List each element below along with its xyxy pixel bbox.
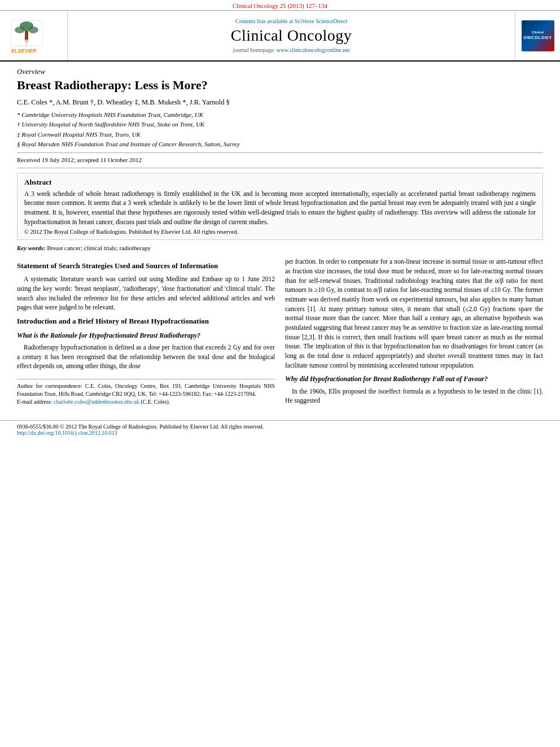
elsevier-logo-area: ELSEVIER bbox=[0, 11, 68, 60]
svg-point-5 bbox=[25, 40, 28, 43]
divider-1 bbox=[17, 152, 543, 153]
elsevier-logo-image: ELSEVIER bbox=[8, 18, 59, 54]
col2-paragraph2: In the 1960s, Ellis proposed the isoeffe… bbox=[285, 387, 543, 405]
doi-link[interactable]: http://dx.doi.org/10.1016/j.clon.2012.10… bbox=[17, 430, 117, 436]
svg-point-2 bbox=[15, 27, 25, 33]
section1-heading: Statement of Search Strategies Used and … bbox=[17, 261, 275, 271]
sciverse-line: Contents lists available at SciVerse Sci… bbox=[235, 18, 348, 24]
journal-title: Clinical Oncology bbox=[231, 27, 352, 45]
homepage-url[interactable]: www.clinicaloncologyonline.net bbox=[277, 47, 350, 53]
keywords-label: Key words: bbox=[17, 244, 45, 251]
divider-2 bbox=[17, 168, 543, 168]
right-column: per fraction. In order to compensate for… bbox=[285, 257, 543, 409]
left-column: Statement of Search Strategies Used and … bbox=[17, 257, 275, 409]
email-suffix: (C.E. Coles). bbox=[139, 399, 170, 405]
svg-point-3 bbox=[28, 27, 38, 33]
journal-header: ELSEVIER Contents lists available at Sci… bbox=[0, 11, 560, 62]
col2-paragraph1: per fraction. In order to compensate for… bbox=[285, 257, 543, 370]
footnote-block: Author for correspondence: C.E. Coles, O… bbox=[17, 379, 275, 406]
keywords-line: Key words: Breast cancer; clinical trial… bbox=[17, 244, 543, 251]
email-label: E-mail address: bbox=[17, 399, 54, 405]
abstract-section: Abstract A 3 week schedule of whole brea… bbox=[17, 173, 543, 241]
col2-subheading2: Why did Hypofractionation for Breast Rad… bbox=[285, 374, 543, 384]
affiliation-3: ‡ Royal Cornwall Hospital NHS Trust, Tru… bbox=[17, 130, 543, 139]
footnote-label: Author for correspondence: bbox=[17, 383, 82, 389]
abstract-text: A 3 week schedule of whole breast radiot… bbox=[24, 189, 536, 227]
received-date: Received 19 July 2012; accepted 11 Octob… bbox=[17, 156, 543, 163]
main-content: Overview Breast Radiotherapy: Less is Mo… bbox=[0, 62, 560, 414]
journal-citation: Clinical Oncology 25 (2013) 127–134 bbox=[233, 2, 327, 9]
co-logo-area: ClinicalONCOLOGY bbox=[515, 11, 560, 60]
section2-heading: Introduction and a Brief History of Brea… bbox=[17, 317, 275, 326]
section1-paragraph: A systematic literature search was carri… bbox=[17, 274, 275, 312]
article-title: Breast Radiotherapy: Less is More? bbox=[17, 77, 543, 94]
section2-subheading: What is the Rationale for Hypofractionat… bbox=[17, 331, 275, 340]
affiliation-4: § Royal Marsden NHS Foundation Trust and… bbox=[17, 139, 543, 149]
abstract-label: Abstract bbox=[24, 178, 536, 187]
bottom-bar: 0936-6555/$36.00 © 2012 The Royal Colleg… bbox=[0, 420, 560, 439]
sciverse-link[interactable]: SciVerse ScienceDirect bbox=[295, 18, 348, 24]
affiliation-1: * Cambridge University Hospitals NHS Fou… bbox=[17, 110, 543, 120]
copyright-notice: © 2012 The Royal College of Radiologists… bbox=[24, 229, 536, 235]
svg-rect-4 bbox=[25, 30, 28, 41]
journal-homepage: journal homepage: www.clinicaloncologyon… bbox=[233, 47, 349, 53]
authors-line: C.E. Coles *, A.M. Brunt †, D. Wheatley … bbox=[17, 98, 543, 107]
affiliations: * Cambridge University Hospitals NHS Fou… bbox=[17, 110, 543, 149]
bottom-issn: 0936-6555/$36.00 © 2012 The Royal Colleg… bbox=[17, 423, 264, 430]
section2-paragraph: Radiotherapy hypofractionation is define… bbox=[17, 343, 275, 371]
co-logo: ClinicalONCOLOGY bbox=[522, 20, 554, 51]
email-link[interactable]: charlotte.coles@addenbrookes.nhs.uk bbox=[54, 399, 139, 405]
affiliation-2: † University Hospital of North Staffords… bbox=[17, 120, 543, 129]
journal-top-bar: Clinical Oncology 25 (2013) 127–134 bbox=[0, 0, 560, 11]
keywords-text: Breast cancer; clinical trials; radiothe… bbox=[47, 244, 151, 251]
section-type-label: Overview bbox=[17, 67, 543, 76]
svg-text:ELSEVIER: ELSEVIER bbox=[11, 48, 37, 54]
two-column-body: Statement of Search Strategies Used and … bbox=[17, 257, 543, 409]
journal-title-area: Contents lists available at SciVerse Sci… bbox=[68, 11, 515, 60]
